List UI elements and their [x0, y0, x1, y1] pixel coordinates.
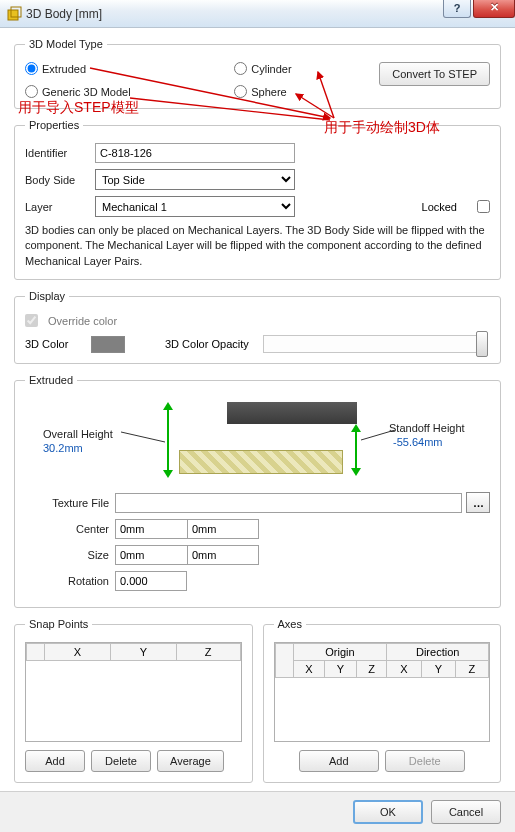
snap-delete-button[interactable]: Delete	[91, 750, 151, 772]
locked-label: Locked	[422, 201, 457, 213]
radio-sphere-input[interactable]	[234, 85, 247, 98]
overall-height-value[interactable]: 30.2mm	[43, 442, 83, 454]
properties-legend: Properties	[25, 119, 83, 131]
snap-points-table[interactable]: X Y Z	[25, 642, 242, 742]
extruded-group: Extruded Overall Height 30.2mm Stan	[14, 374, 501, 608]
layer-label: Layer	[25, 201, 95, 213]
axes-origin-hdr: Origin	[293, 644, 387, 661]
size-y-input[interactable]	[187, 545, 259, 565]
axes-group: Axes Origin Direction X Y Z X Y Z	[263, 618, 502, 783]
snap-points-group: Snap Points X Y Z Add Delete Average	[14, 618, 253, 783]
svg-marker-3	[163, 402, 173, 410]
axes-direction-hdr: Direction	[387, 644, 489, 661]
titlebar: 3D Body [mm] ? ✕	[0, 0, 515, 28]
radio-generic-input[interactable]	[25, 85, 38, 98]
svg-marker-7	[351, 468, 361, 476]
radio-cylinder[interactable]: Cylinder	[234, 62, 350, 75]
standoff-height-label: Standoff Height	[389, 422, 465, 434]
bodyside-select[interactable]: Top Side	[95, 169, 295, 190]
override-color-checkbox	[25, 314, 38, 327]
texturefile-input[interactable]	[115, 493, 462, 513]
extruded-legend: Extruded	[25, 374, 77, 386]
svg-marker-6	[351, 424, 361, 432]
dialog-footer: OK Cancel	[0, 791, 515, 832]
opacity-label: 3D Color Opacity	[165, 338, 249, 350]
radio-extruded[interactable]: Extruded	[25, 62, 234, 75]
window-title: 3D Body [mm]	[26, 7, 102, 21]
texturefile-browse-button[interactable]: …	[466, 492, 490, 513]
standoff-height-value[interactable]: -55.64mm	[393, 436, 443, 448]
snap-add-button[interactable]: Add	[25, 750, 85, 772]
center-y-input[interactable]	[187, 519, 259, 539]
extruded-body-graphic	[227, 402, 357, 424]
opacity-slider[interactable]	[263, 335, 486, 353]
radio-sphere[interactable]: Sphere	[234, 85, 350, 98]
identifier-input[interactable]	[95, 143, 295, 163]
axes-table[interactable]: Origin Direction X Y Z X Y Z	[274, 642, 491, 742]
properties-group: Properties Identifier Body Side Top Side…	[14, 119, 501, 280]
help-button[interactable]: ?	[443, 0, 471, 18]
radio-extruded-input[interactable]	[25, 62, 38, 75]
overall-height-label: Overall Height	[43, 428, 113, 440]
ok-button[interactable]: OK	[353, 800, 423, 824]
convert-to-step-button[interactable]: Convert To STEP	[379, 62, 490, 86]
snap-col-z: Z	[176, 644, 240, 661]
radio-generic[interactable]: Generic 3D Model	[25, 85, 234, 98]
center-label: Center	[25, 523, 115, 535]
display-group: Display Override color 3D Color 3D Color…	[14, 290, 501, 364]
board-graphic	[179, 450, 343, 474]
3dcolor-label: 3D Color	[25, 338, 81, 350]
radio-cylinder-input[interactable]	[234, 62, 247, 75]
size-label: Size	[25, 549, 115, 561]
texturefile-label: Texture File	[25, 497, 115, 509]
override-color-label: Override color	[48, 315, 117, 327]
snap-points-legend: Snap Points	[25, 618, 92, 630]
3dcolor-swatch[interactable]	[91, 336, 125, 353]
identifier-label: Identifier	[25, 147, 95, 159]
snap-average-button[interactable]: Average	[157, 750, 224, 772]
snap-col-y: Y	[110, 644, 176, 661]
rotation-input[interactable]	[115, 571, 187, 591]
rotation-label: Rotation	[25, 575, 115, 587]
model-type-group: 3D Model Type Extruded Generic 3D Model …	[14, 38, 501, 109]
locked-checkbox[interactable]	[477, 200, 490, 213]
axes-delete-button: Delete	[385, 750, 465, 772]
opacity-slider-thumb[interactable]	[476, 331, 488, 357]
svg-line-8	[121, 432, 165, 442]
center-x-input[interactable]	[115, 519, 187, 539]
cancel-button[interactable]: Cancel	[431, 800, 501, 824]
svg-marker-4	[163, 470, 173, 478]
overall-height-leader-icon	[121, 428, 165, 444]
axes-legend: Axes	[274, 618, 306, 630]
app-icon	[6, 6, 22, 22]
close-button[interactable]: ✕	[473, 0, 515, 18]
svg-rect-0	[8, 10, 18, 20]
bodyside-label: Body Side	[25, 174, 95, 186]
size-x-input[interactable]	[115, 545, 187, 565]
layer-select[interactable]: Mechanical 1	[95, 196, 295, 217]
mechanical-layer-hint: 3D bodies can only be placed on Mechanic…	[25, 223, 490, 269]
model-type-legend: 3D Model Type	[25, 38, 107, 50]
snap-col-x: X	[45, 644, 111, 661]
axes-add-button[interactable]: Add	[299, 750, 379, 772]
extruded-diagram: Overall Height 30.2mm Standoff Height -5…	[49, 398, 466, 480]
display-legend: Display	[25, 290, 69, 302]
